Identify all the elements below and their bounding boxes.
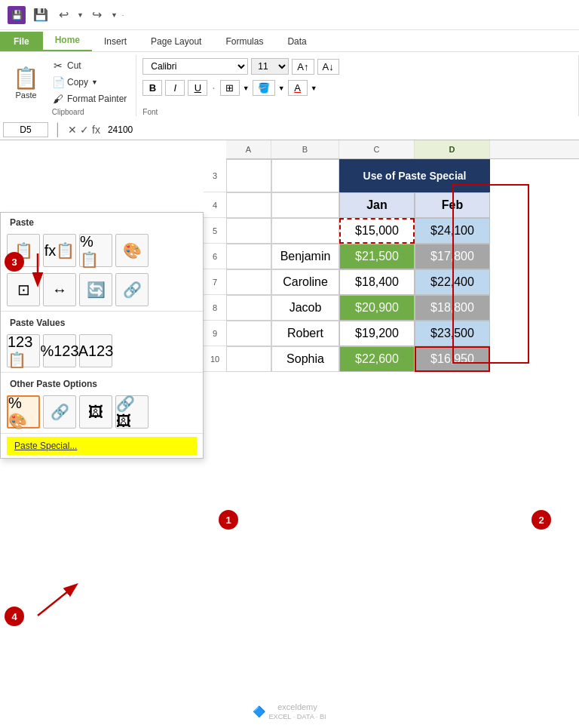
cell-b3[interactable]: [271, 159, 339, 192]
borders-dropdown: ▼: [243, 84, 250, 92]
paste-values-3[interactable]: A123: [79, 334, 112, 367]
formula-input[interactable]: [103, 123, 576, 137]
cell-b9-name[interactable]: Robert: [271, 321, 339, 346]
undo-button[interactable]: ↩: [54, 6, 72, 24]
cell-a6[interactable]: [226, 244, 271, 269]
paste-option-5[interactable]: ⊡: [7, 273, 40, 306]
cell-b8-name[interactable]: Jacob: [271, 295, 339, 321]
cut-button[interactable]: ✂ Cut: [49, 58, 130, 73]
save-button[interactable]: 💾: [32, 6, 50, 24]
cell-c5-jan-value[interactable]: $15,000: [339, 218, 415, 244]
cell-c7[interactable]: $18,400: [339, 269, 415, 295]
copy-button[interactable]: 📄 Copy ▼: [49, 75, 130, 90]
cell-d5-feb-value[interactable]: $24,100: [415, 218, 490, 244]
cell-b5[interactable]: [271, 218, 339, 244]
cell-a3[interactable]: [226, 159, 271, 192]
paste-option-8[interactable]: 🔗: [115, 273, 149, 306]
header-cell: Use of Paste Special: [339, 159, 490, 192]
copy-icon: 📄: [52, 76, 64, 88]
other-paste-title: Other Paste Options: [1, 374, 203, 392]
tab-page-layout[interactable]: Page Layout: [139, 32, 213, 51]
paste-values-1[interactable]: 123📋: [7, 334, 40, 367]
paste-option-4[interactable]: 🎨: [115, 234, 149, 267]
font-name-select[interactable]: Calibri: [142, 58, 248, 75]
italic-button[interactable]: I: [165, 80, 185, 96]
function-icon[interactable]: fx: [92, 124, 100, 136]
clipboard-group: 📋 Paste ✂ Cut 📄 Copy ▼ 🖌 Forma: [0, 55, 136, 116]
paste-option-3[interactable]: %📋: [79, 234, 112, 267]
formula-icons: ✕ ✓ fx: [68, 124, 100, 136]
dropdown-arrow2: ▼: [111, 11, 118, 19]
cell-c6[interactable]: $21,500: [339, 244, 415, 269]
tab-file[interactable]: File: [0, 32, 43, 51]
col-header-d: D: [415, 140, 490, 158]
paste-option-7[interactable]: 🔄: [79, 273, 112, 306]
cell-c10[interactable]: $22,600: [339, 346, 415, 372]
title-bar: 💾 ↩ ▼ ↪ ▼ ·: [0, 0, 579, 30]
cell-c4-jan[interactable]: Jan: [339, 192, 415, 218]
font-size-select[interactable]: 11: [251, 58, 289, 75]
row-3: 3 Use of Paste Special: [204, 159, 579, 192]
cell-a8[interactable]: [226, 295, 271, 321]
cell-d6[interactable]: $17,800: [415, 244, 490, 269]
cell-d10[interactable]: $16,950: [415, 346, 490, 372]
tab-home[interactable]: Home: [43, 30, 92, 51]
clipboard-group-label: Clipboard: [52, 108, 84, 116]
cell-a10[interactable]: [226, 346, 271, 372]
cell-c9[interactable]: $19,200: [339, 321, 415, 346]
paste-values-title: Paste Values: [1, 313, 203, 331]
cancel-icon[interactable]: ✕: [68, 124, 77, 136]
arrow-4: [15, 570, 106, 631]
cell-d7[interactable]: $22,400: [415, 269, 490, 295]
confirm-icon[interactable]: ✓: [80, 124, 89, 136]
cell-reference-input[interactable]: [3, 122, 48, 137]
other-paste-3[interactable]: 🖼: [79, 395, 112, 429]
format-painter-button[interactable]: 🖌 Format Painter: [49, 91, 130, 106]
cell-b10-name[interactable]: Sophia: [271, 346, 339, 372]
paste-row-2: ⊡ ↔ 🔄 🔗: [1, 270, 203, 309]
cell-a7[interactable]: [226, 269, 271, 295]
cell-b4[interactable]: [271, 192, 339, 218]
cell-a4[interactable]: [226, 192, 271, 218]
borders-button[interactable]: ⊞: [220, 80, 240, 96]
tab-insert[interactable]: Insert: [92, 32, 139, 51]
paste-special-button[interactable]: Paste Special...: [7, 437, 197, 455]
cell-c8[interactable]: $20,900: [339, 295, 415, 321]
fill-color-button[interactable]: 🪣: [253, 80, 275, 96]
tab-formulas[interactable]: Formulas: [213, 32, 275, 51]
redo-button[interactable]: ↪: [88, 6, 106, 24]
other-paste-row: %🎨 🔗 🖼 🔗🖼: [1, 392, 203, 432]
cell-a9[interactable]: [226, 321, 271, 346]
bold-button[interactable]: B: [142, 80, 162, 96]
font-color-button[interactable]: A: [288, 80, 308, 96]
font-format-row: B I U · ⊞ ▼ 🪣 ▼ A ▼: [142, 80, 317, 96]
cell-d9[interactable]: $23,500: [415, 321, 490, 346]
font-group: Calibri 11 A↑ A↓ B I U · ⊞ ▼ 🪣 ▼: [136, 55, 579, 116]
row-5: 5 $15,000 $24,100: [204, 218, 579, 244]
cut-label: Cut: [67, 60, 81, 71]
paste-values-2[interactable]: %123: [43, 334, 76, 367]
other-paste-1[interactable]: %🎨: [7, 395, 40, 429]
paste-dropdown: Paste 📋 fx📋 %📋 🎨 ⊡ ↔ 🔄 🔗 Paste Values 12…: [0, 212, 204, 459]
watermark-text: exceldemyEXCEL · DATA · BI: [268, 702, 326, 720]
other-paste-4[interactable]: 🔗🖼: [115, 395, 149, 429]
cell-b7-name[interactable]: Caroline: [271, 269, 339, 295]
formula-divider: │: [54, 123, 62, 137]
divider-2: [1, 372, 203, 373]
increase-font-button[interactable]: A↑: [292, 59, 314, 75]
decrease-font-button[interactable]: A↓: [317, 59, 339, 75]
row-num-6: 6: [204, 244, 226, 269]
grid-area: A B C D 3 Use of Paste Special 4 Jan Feb…: [204, 140, 579, 728]
cell-d8[interactable]: $18,800: [415, 295, 490, 321]
cell-b6-name[interactable]: Benjamin: [271, 244, 339, 269]
ribbon-tabs: File Home Insert Page Layout Formulas Da…: [0, 30, 579, 51]
paste-option-2[interactable]: fx📋: [43, 234, 76, 267]
paste-button[interactable]: 📋 Paste: [6, 63, 46, 102]
paste-option-6[interactable]: ↔: [43, 273, 76, 306]
underline-button[interactable]: U: [188, 80, 207, 96]
tab-data[interactable]: Data: [275, 32, 318, 51]
row-9: 9 Robert $19,200 $23,500: [204, 321, 579, 346]
other-paste-2[interactable]: 🔗: [43, 395, 76, 429]
cell-d4-feb[interactable]: Feb: [415, 192, 490, 218]
cell-a5[interactable]: [226, 218, 271, 244]
